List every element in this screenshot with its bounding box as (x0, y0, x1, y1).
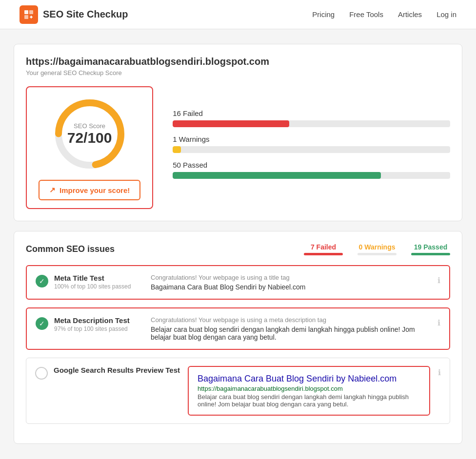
logo-text: SEO Site Checkup (43, 9, 128, 20)
issues-title: Common SEO issues (26, 244, 115, 254)
score-text: SEO Score 72/100 (67, 122, 112, 146)
meta-title-left: ✓ Meta Title Test 100% of top 100 sites … (36, 274, 143, 290)
issues-card: Common SEO issues 7 Failed 0 Warnings 19… (14, 231, 462, 444)
site-url: https://bagaimanacarabuatblogsendiri.blo… (26, 56, 450, 67)
meta-desc-sub: 97% of top 100 sites passed (54, 325, 130, 332)
warnings-label: 1 Warnings (173, 135, 450, 143)
google-preview-name: Google Search Results Preview Test (54, 366, 180, 374)
meta-title-right: Congratulations! Your webpage is using a… (151, 274, 430, 291)
passed-bar (173, 172, 381, 179)
main-nav: Pricing Free Tools Articles Log in (312, 10, 456, 19)
passed-check-icon: ✓ (36, 275, 48, 287)
meta-desc-check-icon: ✓ (36, 317, 48, 330)
meta-title-info: Meta Title Test 100% of top 100 sites pa… (54, 274, 131, 290)
issue-failed-label: 7 Failed (311, 243, 336, 251)
issue-warnings-bar (357, 253, 397, 255)
google-preview-test: Google Search Results Preview Test Bagai… (26, 358, 450, 424)
meta-desc-congrats: Congratulations! Your webpage is using a… (151, 316, 430, 324)
neutral-circle-icon (35, 367, 48, 380)
warnings-stat-row: 1 Warnings (173, 135, 450, 153)
svg-rect-0 (24, 10, 28, 14)
issue-stat-passed: 19 Passed (411, 243, 450, 255)
meta-desc-info: Meta Description Test 97% of top 100 sit… (54, 316, 130, 332)
issue-failed-bar (304, 253, 343, 255)
meta-title-congrats: Congratulations! Your webpage is using a… (151, 274, 430, 281)
google-preview-right: Bagaimana Cara Buat Blog Sendiri by Nabi… (188, 366, 430, 416)
svg-rect-2 (24, 15, 28, 19)
meta-desc-value: Belajar cara buat blog sendiri dengan la… (151, 325, 430, 341)
issue-stat-failed: 7 Failed (304, 243, 343, 255)
main-content: https://bagaimanacarabuatblogsendiri.blo… (4, 44, 472, 444)
meta-desc-right: Congratulations! Your webpage is using a… (151, 316, 430, 341)
nav-articles[interactable]: Articles (398, 10, 422, 19)
site-header: SEO Site Checkup Pricing Free Tools Arti… (0, 0, 476, 29)
failed-stat-row: 16 Failed (173, 109, 450, 127)
nav-free-tools[interactable]: Free Tools (349, 10, 383, 19)
meta-title-value: Bagaimana Cara Buat Blog Sendiri by Nabi… (151, 283, 430, 291)
issues-header: Common SEO issues 7 Failed 0 Warnings 19… (26, 243, 450, 255)
passed-bar-bg (173, 172, 450, 179)
score-left: SEO Score 72/100 ↗ Improve your score! (26, 86, 153, 209)
google-preview-left: Google Search Results Preview Test (35, 366, 180, 380)
logo-icon (20, 5, 38, 24)
meta-title-sub: 100% of top 100 sites passed (54, 283, 131, 290)
issues-stats: 7 Failed 0 Warnings 19 Passed (304, 243, 450, 255)
failed-bar (173, 120, 289, 127)
score-subtitle: Your general SEO Checkup Score (26, 69, 450, 76)
issue-passed-label: 19 Passed (414, 243, 448, 251)
score-label: SEO Score (67, 122, 112, 130)
google-preview-box: Bagaimana Cara Buat Blog Sendiri by Nabi… (188, 366, 430, 416)
stats-area: 16 Failed 1 Warnings 50 Passed (173, 109, 450, 187)
passed-stat-row: 50 Passed (173, 161, 450, 179)
warnings-bar-bg (173, 146, 450, 153)
passed-label: 50 Passed (173, 161, 450, 169)
logo-area: SEO Site Checkup (20, 5, 128, 24)
improve-score-button[interactable]: ↗ Improve your score! (39, 180, 140, 200)
score-value: 72/100 (67, 130, 112, 146)
meta-title-name: Meta Title Test (54, 274, 131, 282)
improve-icon: ↗ (49, 186, 56, 194)
meta-desc-name: Meta Description Test (54, 316, 130, 325)
google-preview-info-icon[interactable]: ℹ (438, 368, 441, 377)
meta-title-info-icon[interactable]: ℹ (437, 276, 440, 285)
svg-rect-1 (29, 10, 33, 14)
nav-pricing[interactable]: Pricing (312, 10, 335, 19)
improve-label: Improve your score! (60, 186, 130, 194)
warnings-bar (173, 146, 181, 153)
score-content: SEO Score 72/100 ↗ Improve your score! 1… (26, 86, 450, 209)
meta-desc-info-icon[interactable]: ℹ (437, 318, 440, 327)
preview-title[interactable]: Bagaimana Cara Buat Blog Sendiri by Nabi… (198, 374, 397, 383)
issue-stat-warnings: 0 Warnings (357, 243, 397, 255)
score-card: https://bagaimanacarabuatblogsendiri.blo… (14, 44, 462, 221)
preview-desc: Belajar cara buat blog sendiri dengan la… (198, 393, 420, 408)
failed-bar-bg (173, 120, 450, 127)
failed-label: 16 Failed (173, 109, 450, 117)
issue-warnings-label: 0 Warnings (359, 243, 396, 251)
meta-title-test: ✓ Meta Title Test 100% of top 100 sites … (26, 265, 450, 300)
issue-passed-bar (411, 253, 450, 255)
score-circle-wrapper: SEO Score 72/100 ↗ Improve your score! (26, 86, 153, 209)
google-preview-info: Google Search Results Preview Test (54, 366, 180, 374)
score-circle-container: SEO Score 72/100 (51, 95, 129, 173)
nav-login[interactable]: Log in (436, 10, 456, 19)
preview-url: https://bagaimanacarabuatblogsendiri.blo… (198, 385, 420, 392)
meta-desc-test: ✓ Meta Description Test 97% of top 100 s… (26, 307, 450, 350)
meta-desc-left: ✓ Meta Description Test 97% of top 100 s… (36, 316, 143, 332)
